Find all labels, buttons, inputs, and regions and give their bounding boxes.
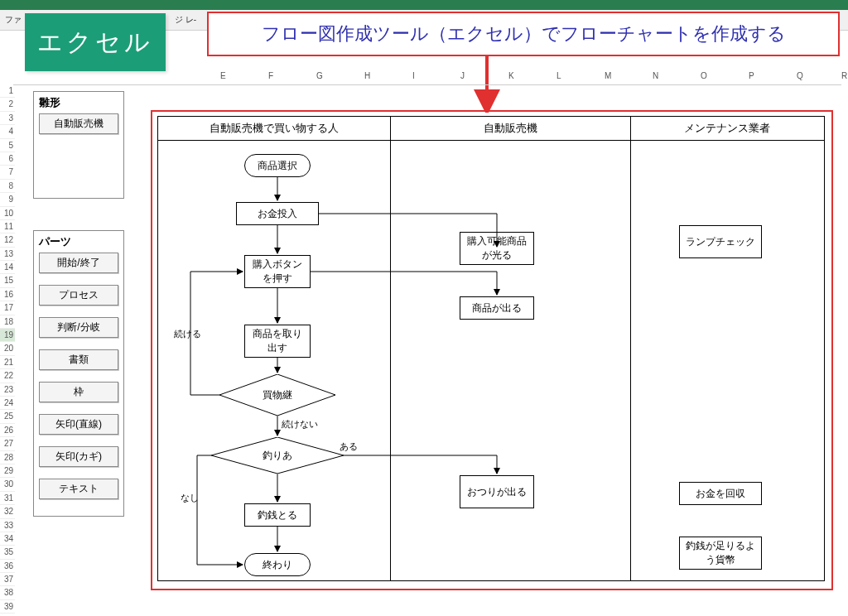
parts-title: パーツ [39, 234, 118, 249]
node-take[interactable]: 商品を取り出す [244, 325, 311, 358]
ribbon-tab-page[interactable]: ジ レ- [170, 10, 201, 30]
excel-titlebar [0, 0, 848, 10]
node-refill[interactable]: 釣銭が足りるよう貨幣 [679, 537, 762, 570]
templates-panel: 雛形 自動販売機 [33, 91, 124, 199]
node-change-decision[interactable]: 釣りあ [211, 437, 344, 474]
part-arrow-line[interactable]: 矢印(直線) [39, 414, 118, 435]
part-arrow-elbow[interactable]: 矢印(カギ) [39, 446, 118, 467]
lane-maintainer-header: メンテナンス業者 [630, 117, 824, 140]
part-decision[interactable]: 判断/分岐 [39, 317, 118, 338]
part-text[interactable]: テキスト [39, 479, 118, 499]
node-press[interactable]: 購入ボタンを押す [244, 255, 311, 288]
excel-logo-badge: エクセル [25, 13, 166, 71]
row-headers: 12345678910 11121314151617181920 2122232… [0, 84, 15, 616]
annotation-banner: フロー図作成ツール（エクセル）でフローチャートを作成する [207, 12, 840, 56]
part-start-end[interactable]: 開始/終了 [39, 253, 118, 273]
label-continue: 続ける [174, 328, 201, 340]
lane-machine-header: 自動販売機 [390, 117, 630, 140]
node-select[interactable]: 商品選択 [244, 154, 311, 177]
node-dispense[interactable]: 商品が出る [460, 296, 534, 320]
column-headers: E F G H I J K L M N O P Q R [13, 71, 841, 85]
templates-title: 雛形 [39, 95, 118, 110]
node-end[interactable]: 終わり [244, 553, 311, 576]
part-frame[interactable]: 枠 [39, 382, 118, 402]
node-continue-decision[interactable]: 買物継 [219, 374, 335, 416]
lane-buyer-header: 自動販売機で買い物する人 [158, 117, 390, 140]
template-item[interactable]: 自動販売機 [39, 113, 118, 134]
label-change-yes: ある [340, 440, 358, 453]
excel-screenshot: ファ ジ レ- エクセル フロー図作成ツール（エクセル）でフローチャートを作成す… [0, 0, 848, 616]
node-insert[interactable]: お金投入 [236, 202, 319, 225]
part-process[interactable]: プロセス [39, 285, 118, 306]
node-take-change[interactable]: 釣銭とる [244, 503, 311, 527]
label-change-no: なし [181, 492, 199, 504]
label-no-continue: 続けない [282, 418, 318, 431]
part-document[interactable]: 書類 [39, 349, 118, 370]
node-lamp[interactable]: ランプチェック [679, 225, 762, 258]
parts-panel: パーツ 開始/終了 プロセス 判断/分岐 書類 枠 矢印(直線) 矢印(カギ) … [33, 230, 124, 517]
ribbon-tab-file[interactable]: ファ [0, 10, 26, 30]
node-change-out[interactable]: おつりが出る [460, 475, 534, 508]
node-lights[interactable]: 購入可能商品が光る [460, 232, 534, 265]
node-collect[interactable]: お金を回収 [679, 482, 762, 505]
